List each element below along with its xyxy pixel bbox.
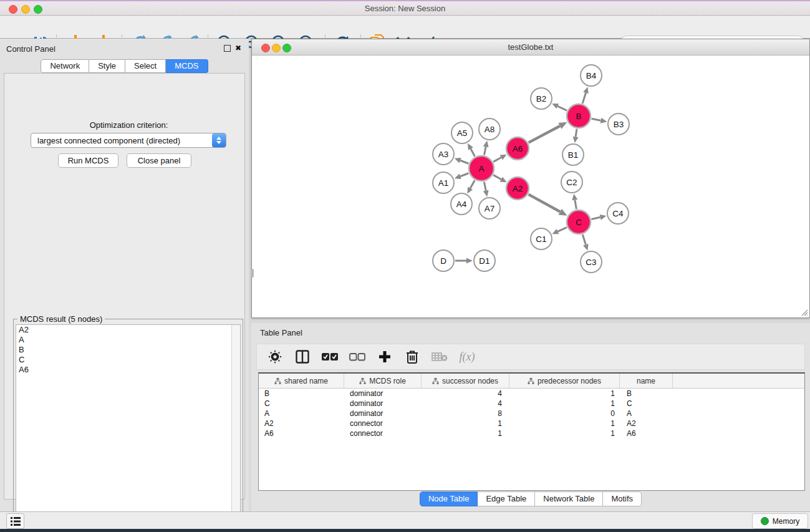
table-cell[interactable]: 1 bbox=[509, 389, 620, 399]
graph-edge-B-B2[interactable] bbox=[557, 106, 567, 110]
table-cell[interactable]: 1 bbox=[422, 428, 509, 438]
edge-arrowhead-icon bbox=[455, 158, 461, 163]
table-row[interactable]: Bdominator41B bbox=[259, 389, 804, 399]
tab-network[interactable]: Network bbox=[41, 59, 89, 73]
graph-edge-B-B1[interactable] bbox=[576, 129, 577, 137]
tab-select[interactable]: Select bbox=[125, 59, 166, 73]
splitter-handle[interactable] bbox=[251, 269, 254, 278]
table-cell[interactable]: A6 bbox=[620, 428, 673, 438]
close-panel-icon[interactable]: ✖ bbox=[235, 44, 241, 52]
graph-edge-A-A5[interactable] bbox=[471, 148, 475, 156]
table-header-row: shared nameMCDS rolesuccessor nodesprede… bbox=[259, 374, 804, 389]
run-mcds-button[interactable]: Run MCDS bbox=[58, 153, 118, 168]
tab-edge-table[interactable]: Edge Table bbox=[478, 491, 535, 506]
result-list-item[interactable]: B bbox=[16, 345, 240, 355]
delete-column-button[interactable] bbox=[403, 349, 422, 365]
desktop-edge bbox=[0, 529, 810, 532]
tab-network-table[interactable]: Network Table bbox=[535, 491, 603, 506]
table-settings-button[interactable] bbox=[266, 349, 284, 365]
table-cell[interactable]: dominator bbox=[344, 409, 422, 418]
add-column-button[interactable] bbox=[375, 349, 394, 365]
result-list-item[interactable]: A2 bbox=[16, 325, 240, 335]
graph-node-label: A7 bbox=[485, 204, 495, 213]
graph-edge-A-A8[interactable] bbox=[484, 147, 486, 155]
graph-node-label: A bbox=[478, 164, 484, 173]
unchecked-boxes-icon bbox=[349, 353, 365, 361]
table-cell[interactable]: 1 bbox=[509, 399, 620, 409]
graph-edge-A6-B[interactable] bbox=[529, 126, 560, 143]
table-cell[interactable]: 1 bbox=[509, 428, 620, 438]
node-table[interactable]: shared nameMCDS rolesuccessor nodesprede… bbox=[258, 372, 805, 491]
memory-button[interactable]: Memory bbox=[752, 513, 808, 529]
graph-node-label: A3 bbox=[438, 150, 449, 159]
graph-edge-A-A6[interactable] bbox=[493, 157, 501, 162]
table-cell[interactable]: A2 bbox=[259, 418, 344, 428]
table-cell[interactable]: B bbox=[620, 389, 673, 399]
column-header-mcds-role[interactable]: MCDS role bbox=[344, 374, 422, 388]
column-header-shared-name[interactable]: shared name bbox=[259, 374, 344, 388]
table-row[interactable]: A2connector11A2 bbox=[259, 418, 804, 428]
tab-motifs[interactable]: Motifs bbox=[603, 491, 642, 506]
function-builder-button[interactable]: f(x) bbox=[458, 349, 476, 365]
graph-node-label: C3 bbox=[586, 258, 596, 267]
criterion-dropdown[interactable]: largest connected component (directed) bbox=[31, 133, 226, 148]
delete-table-button[interactable] bbox=[430, 349, 449, 365]
table-row[interactable]: Adominator80A bbox=[259, 409, 804, 418]
table-cell[interactable]: 0 bbox=[509, 409, 620, 418]
network-window-titlebar[interactable]: testGlobe.txt bbox=[252, 39, 809, 56]
table-cell[interactable]: 1 bbox=[422, 418, 509, 428]
tab-style[interactable]: Style bbox=[89, 59, 125, 73]
graph-edge-A2-C[interactable] bbox=[529, 195, 561, 212]
graph-edge-A-A1[interactable] bbox=[460, 173, 468, 177]
table-cell[interactable]: A bbox=[259, 409, 344, 418]
memory-status-icon bbox=[761, 517, 769, 525]
column-header-predecessor-nodes[interactable]: predecessor nodes bbox=[509, 374, 620, 388]
graph-edge-C-C2[interactable] bbox=[575, 200, 577, 210]
graph-edge-A-A2[interactable] bbox=[493, 175, 501, 180]
close-panel-button[interactable]: Close panel bbox=[127, 153, 191, 168]
graph-edge-C-C1[interactable] bbox=[557, 228, 566, 231]
deselect-all-rows-button[interactable] bbox=[348, 349, 367, 365]
column-header-name[interactable]: name bbox=[620, 374, 673, 388]
table-row[interactable]: Cdominator41C bbox=[259, 399, 804, 409]
table-cell[interactable]: dominator bbox=[344, 399, 422, 409]
mcds-result-list[interactable]: A2ABCA6 bbox=[16, 324, 241, 531]
result-list-scrollbar[interactable] bbox=[231, 325, 240, 531]
table-cell[interactable]: connector bbox=[344, 428, 422, 438]
resize-grip-icon[interactable] bbox=[801, 309, 808, 316]
table-cell[interactable]: C bbox=[620, 399, 673, 409]
table-cell[interactable]: B bbox=[259, 389, 344, 399]
toggle-column-view-button[interactable] bbox=[293, 349, 312, 365]
table-cell[interactable]: A bbox=[620, 409, 673, 418]
graph-edge-B-B4[interactable] bbox=[582, 93, 586, 104]
select-all-rows-button[interactable] bbox=[321, 349, 339, 365]
graph-edge-A-A4[interactable] bbox=[470, 180, 475, 188]
fx-icon: f(x) bbox=[460, 351, 475, 364]
show-panels-button[interactable] bbox=[6, 513, 24, 529]
result-list-item[interactable]: A6 bbox=[16, 365, 240, 375]
result-list-item[interactable]: C bbox=[16, 355, 240, 365]
network-graph[interactable]: B4B2BB3A8A5A6A3B1AC2A1A2A4A7C4CC1C3DD1 bbox=[253, 56, 809, 317]
result-list-item[interactable]: A bbox=[16, 335, 240, 345]
table-cell[interactable]: connector bbox=[344, 418, 422, 428]
table-cell[interactable]: dominator bbox=[344, 389, 422, 399]
graph-edge-B-B3[interactable] bbox=[592, 118, 601, 120]
table-cell[interactable]: A6 bbox=[259, 428, 344, 438]
float-panel-icon[interactable] bbox=[224, 45, 231, 52]
table-cell[interactable]: 8 bbox=[422, 409, 509, 418]
column-header-successor-nodes[interactable]: successor nodes bbox=[422, 374, 509, 388]
graph-edge-A-A7[interactable] bbox=[484, 182, 486, 191]
graph-edge-C-C3[interactable] bbox=[582, 235, 586, 244]
network-canvas[interactable]: B4B2BB3A8A5A6A3B1AC2A1A2A4A7C4CC1C3DD1 bbox=[253, 56, 809, 317]
table-cell[interactable]: A2 bbox=[620, 418, 673, 428]
graph-edge-C-C4[interactable] bbox=[591, 217, 600, 219]
graph-edge-A-A3[interactable] bbox=[460, 160, 468, 163]
table-cell[interactable]: 1 bbox=[509, 418, 620, 428]
table-cell[interactable]: C bbox=[259, 399, 344, 409]
column-header-empty bbox=[673, 374, 804, 388]
table-cell[interactable]: 4 bbox=[422, 399, 509, 409]
table-row[interactable]: A6connector11A6 bbox=[259, 428, 804, 438]
tab-node-table[interactable]: Node Table bbox=[420, 491, 478, 506]
tab-mcds[interactable]: MCDS bbox=[166, 59, 208, 73]
table-cell[interactable]: 4 bbox=[422, 389, 509, 399]
